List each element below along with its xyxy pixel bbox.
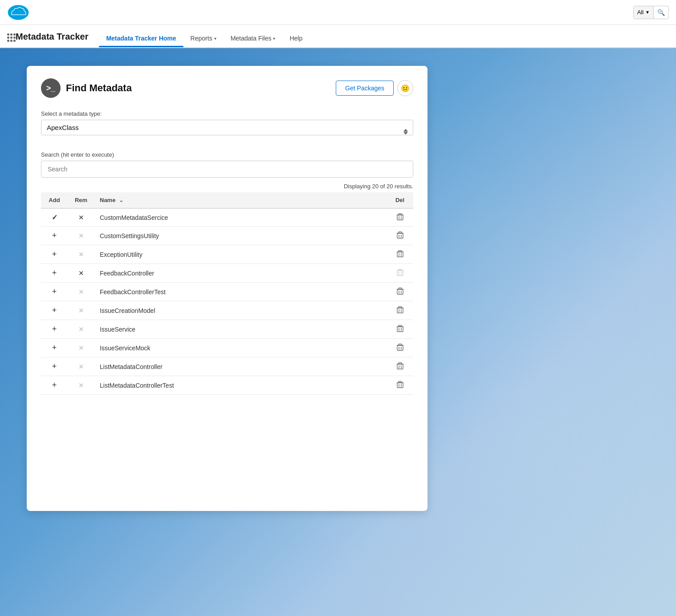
nav-item-reports-label: Reports <box>191 35 212 42</box>
salesforce-logo[interactable] <box>7 4 29 21</box>
svg-rect-13 <box>399 232 402 233</box>
app-name: Metadata Tracker <box>16 32 88 47</box>
add-plus-icon[interactable]: + <box>52 343 57 352</box>
cell-rem: ✕ <box>68 320 94 339</box>
svg-rect-44 <box>397 364 403 369</box>
delete-icon-muted <box>397 270 403 277</box>
nav-item-help-label: Help <box>289 35 302 42</box>
table-wrapper: Add Rem Name ⌄ Del ✓ ✕ <box>41 192 413 395</box>
cell-name: IssueCreationModel <box>94 301 387 320</box>
rem-x-icon[interactable]: ✕ <box>78 214 84 221</box>
card-header: >_ Find Metadata Get Packages 😐 <box>41 78 413 98</box>
table-row: + ✕ IssueCreationModel <box>41 301 413 320</box>
rem-x-muted-icon: ✕ <box>78 381 84 389</box>
cell-del <box>387 301 413 320</box>
add-plus-icon[interactable]: + <box>52 306 57 315</box>
delete-icon[interactable] <box>397 307 403 315</box>
card-title-row: >_ Find Metadata <box>41 78 132 98</box>
delete-icon[interactable] <box>397 382 403 389</box>
cell-add: + <box>41 376 68 395</box>
cell-name: FeedbackController <box>94 264 387 283</box>
table-row: + ✕ IssueService <box>41 320 413 339</box>
rem-x-muted-icon: ✕ <box>78 307 84 314</box>
row-name-label: ListMetadataControllerTest <box>100 382 174 389</box>
search-dropdown-chevron: ▼ <box>645 10 650 15</box>
nav-item-home-label: Metadata Tracker Home <box>106 35 176 42</box>
table-header: Add Rem Name ⌄ Del <box>41 192 413 208</box>
delete-icon[interactable] <box>397 363 403 371</box>
cell-add: + <box>41 264 68 283</box>
cell-name: FeedbackControllerTest <box>94 283 387 301</box>
add-plus-icon[interactable]: + <box>52 287 57 296</box>
get-packages-button[interactable]: Get Packages <box>336 81 394 96</box>
cell-del <box>387 227 413 245</box>
add-plus-icon[interactable]: + <box>52 268 57 277</box>
cell-del <box>387 208 413 227</box>
svg-rect-8 <box>399 214 402 215</box>
main-card: >_ Find Metadata Get Packages 😐 Select a… <box>27 66 428 511</box>
search-label: Search (hit enter to execute) <box>41 151 413 158</box>
name-header-label: Name <box>100 197 115 203</box>
row-name-label: CustomSettingsUtility <box>100 232 159 239</box>
row-name-label: FeedbackControllerTest <box>100 288 166 296</box>
nav-item-metadata-files[interactable]: Metadata Files ▾ <box>224 35 283 47</box>
add-plus-icon[interactable]: + <box>52 362 57 371</box>
cell-del <box>387 320 413 339</box>
emoji-button[interactable]: 😐 <box>397 80 413 96</box>
terminal-icon-text: >_ <box>46 84 56 93</box>
cell-rem: ✕ <box>68 264 94 283</box>
row-name-label: FeedbackController <box>100 270 154 277</box>
delete-icon[interactable] <box>397 326 403 333</box>
cell-add: + <box>41 301 68 320</box>
search-icon: 🔍 <box>654 9 668 16</box>
delete-icon[interactable] <box>397 251 403 259</box>
cell-add: + <box>41 245 68 264</box>
add-plus-icon[interactable]: + <box>52 324 57 333</box>
search-combo[interactable]: All ▼ 🔍 <box>633 6 669 19</box>
cell-rem: ✕ <box>68 227 94 245</box>
metadata-type-select[interactable]: ApexClass <box>41 120 413 135</box>
nav-item-help[interactable]: Help <box>282 35 309 47</box>
top-bar-right: All ▼ 🔍 <box>633 6 669 19</box>
delete-icon[interactable] <box>397 232 403 240</box>
cell-del <box>387 283 413 301</box>
row-name-label: ListMetadataController <box>100 363 163 370</box>
delete-icon[interactable] <box>397 344 403 352</box>
table-row: + ✕ FeedbackController <box>41 264 413 283</box>
delete-icon[interactable] <box>397 214 403 222</box>
cell-name: IssueServiceMock <box>94 339 387 357</box>
nav-item-home[interactable]: Metadata Tracker Home <box>99 35 183 47</box>
metadata-files-chevron-icon: ▾ <box>273 36 275 41</box>
select-label: Select a metadata type: <box>41 110 413 117</box>
search-dropdown-label: All <box>637 9 643 16</box>
add-check-icon[interactable]: ✓ <box>52 214 57 221</box>
col-header-del: Del <box>387 192 413 208</box>
cell-name: CustomMetadataSercice <box>94 208 387 227</box>
add-plus-icon[interactable]: + <box>52 231 57 240</box>
add-plus-icon[interactable]: + <box>52 381 57 389</box>
svg-rect-43 <box>399 344 402 345</box>
table-row: + ✕ ExceptionUtility <box>41 245 413 264</box>
svg-rect-53 <box>399 381 402 383</box>
search-dropdown[interactable]: All ▼ <box>634 6 654 19</box>
svg-rect-28 <box>399 288 402 289</box>
cell-name: CustomSettingsUtility <box>94 227 387 245</box>
rem-x-muted-icon: ✕ <box>78 232 84 239</box>
sort-icon[interactable]: ⌄ <box>119 197 123 203</box>
nav-item-reports[interactable]: Reports ▾ <box>183 35 224 47</box>
cell-del <box>387 376 413 395</box>
col-header-name: Name ⌄ <box>94 192 387 208</box>
svg-rect-33 <box>399 307 402 308</box>
row-name-label: IssueService <box>100 326 135 333</box>
cell-add: + <box>41 339 68 357</box>
svg-rect-34 <box>397 327 403 332</box>
table-row: + ✕ FeedbackControllerTest <box>41 283 413 301</box>
delete-icon[interactable] <box>397 288 403 296</box>
rem-x-icon[interactable]: ✕ <box>78 269 84 277</box>
app-launcher-icon[interactable] <box>7 33 16 47</box>
cell-name: ListMetadataControllerTest <box>94 376 387 395</box>
rem-x-muted-icon: ✕ <box>78 288 84 296</box>
nav-item-metadata-files-label: Metadata Files <box>231 35 272 42</box>
search-input[interactable] <box>41 161 413 178</box>
add-plus-icon[interactable]: + <box>52 250 57 259</box>
